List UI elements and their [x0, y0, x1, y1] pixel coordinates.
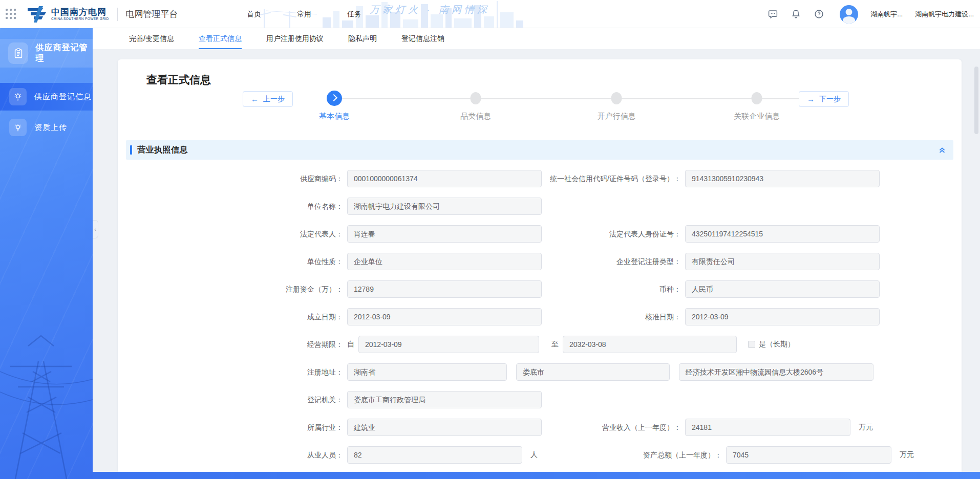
tab-deregistration[interactable]: 登记信息注销: [401, 28, 444, 49]
sidebar-item-label: 资质上传: [34, 123, 67, 133]
field-label: 资产总额（上一年度）：: [591, 450, 722, 460]
nav-home[interactable]: 首页: [247, 10, 261, 19]
tab-update-change-info[interactable]: 完善/变更信息: [129, 28, 174, 49]
step-label-basic-info[interactable]: 基本信息: [319, 112, 350, 121]
sidebar-group-label: 供应商登记管理: [35, 42, 93, 64]
sidebar-item-qualification-upload[interactable]: 资质上传: [0, 114, 93, 141]
address-detail-field[interactable]: 经济技术开发区湘中物流园信息大楼2606号: [679, 363, 874, 381]
step-node-related-company-info[interactable]: [752, 92, 762, 104]
currency-field[interactable]: 人民币: [685, 280, 880, 298]
message-icon[interactable]: [768, 9, 778, 19]
app-launcher-icon[interactable]: [5, 8, 17, 20]
arrow-left-icon: ←: [251, 95, 259, 103]
registration-type-field[interactable]: 有限责任公司: [685, 253, 880, 270]
field-label: 单位性质：: [126, 257, 343, 267]
csg-logo: 中国南方电网 CHINA SOUTHERN POWER GRID: [26, 5, 109, 24]
top-navigation: 首页 常用 任务: [247, 0, 361, 28]
industry-field[interactable]: 建筑业: [347, 419, 542, 436]
step-label-category-info[interactable]: 品类信息: [460, 112, 491, 121]
avatar[interactable]: [840, 5, 858, 24]
nav-tasks[interactable]: 任务: [347, 10, 361, 19]
tab-view-formal-info[interactable]: 查看正式信息: [199, 28, 242, 49]
nav-common[interactable]: 常用: [297, 10, 311, 19]
section-title: 营业执照信息: [137, 145, 188, 156]
field-label: 经营期限：: [126, 340, 343, 350]
scroll-area: 查看正式信息 ← 上一步 基本信息: [93, 49, 980, 472]
tabs-bar: 完善/变更信息 查看正式信息 用户注册使用协议 隐私声明 登记信息注销: [93, 28, 980, 49]
tab-privacy-statement[interactable]: 隐私声明: [348, 28, 377, 49]
footer-strip: [93, 472, 980, 479]
prev-step-label: 上一步: [263, 95, 285, 104]
form-row: 登记机关： 娄底市工商行政管理局: [126, 391, 953, 408]
registered-capital-field[interactable]: 12789: [347, 280, 542, 298]
sidebar-collapse-handle[interactable]: ‹: [93, 220, 98, 238]
term-to-label: 至: [551, 340, 559, 349]
long-term-checkbox[interactable]: [748, 341, 755, 348]
company-name-field[interactable]: 湖南帆宇电力建设有限公司: [347, 198, 542, 215]
arrow-right-icon: →: [807, 95, 815, 103]
stepper: ← 上一步 基本信息 品类信息 开户行信息 关联企业信息: [126, 87, 953, 128]
employees-unit: 人: [530, 450, 538, 460]
help-icon[interactable]: [814, 9, 824, 19]
legal-representative-id-field[interactable]: 432501197412254515: [685, 225, 880, 243]
next-step-button[interactable]: → 下一步: [799, 91, 849, 107]
topbar: 万家灯火 · 南网情深: [0, 0, 980, 28]
approval-date-field[interactable]: 2012-03-09: [685, 308, 880, 325]
step-label-bank-info[interactable]: 开户行信息: [598, 112, 636, 121]
field-label: 注册地址：: [126, 367, 343, 377]
bell-icon[interactable]: [791, 9, 801, 19]
employees-field[interactable]: 82: [347, 446, 522, 464]
supplier-code-field[interactable]: 0001000000061374: [347, 170, 542, 187]
form-row: 所属行业： 建筑业 营业收入（上一年度）： 24181 万元: [126, 419, 953, 436]
address-province-field[interactable]: 湖南省: [347, 363, 507, 381]
step-node-category-info[interactable]: [471, 92, 481, 104]
user-name[interactable]: 湖南帆宇...: [870, 10, 903, 19]
bulb-icon: [9, 88, 27, 105]
user-company[interactable]: 湖南帆宇电力建设...: [915, 10, 974, 19]
term-from-label: 自: [347, 340, 354, 349]
field-label: 成立日期：: [126, 312, 343, 322]
business-license-form: 供应商编码： 0001000000061374 统一社会信用代码/证件号码（登录…: [126, 170, 953, 472]
chevron-left-icon: ‹: [94, 226, 96, 232]
step-label-related-company-info[interactable]: 关联企业信息: [734, 112, 780, 121]
main-card: 查看正式信息 ← 上一步 基本信息: [118, 59, 962, 472]
tab-user-registration-agreement[interactable]: 用户注册使用协议: [266, 28, 324, 49]
steps-track: 基本信息 品类信息 开户行信息 关联企业信息: [328, 87, 819, 128]
double-chevron-up-icon[interactable]: [938, 146, 946, 154]
unit-nature-field[interactable]: 企业单位: [347, 253, 542, 270]
clipboard-icon: [8, 42, 28, 64]
field-label: 注册资金（万）：: [126, 285, 343, 294]
legal-representative-field[interactable]: 肖连春: [347, 225, 542, 243]
transmission-tower-decor: [0, 315, 93, 479]
sidebar-group-supplier-registration[interactable]: 供应商登记管理: [0, 39, 93, 68]
revenue-unit: 万元: [859, 423, 873, 432]
establish-date-field[interactable]: 2012-03-09: [347, 308, 542, 325]
form-row: 单位名称： 湖南帆宇电力建设有限公司: [126, 198, 953, 215]
total-assets-unit: 万元: [900, 450, 914, 460]
form-row: 供应商编码： 0001000000061374 统一社会信用代码/证件号码（登录…: [126, 170, 953, 187]
term-from-date-field[interactable]: 2012-03-09: [358, 336, 539, 353]
sidebar: 供应商登记管理 供应商登记信息 资质上传: [0, 28, 93, 479]
step-node-basic-info[interactable]: [327, 91, 342, 106]
form-row: 注册资金（万）： 12789 币种： 人民币: [126, 280, 953, 298]
sidebar-item-supplier-info[interactable]: 供应商登记信息: [0, 83, 93, 111]
brand-name-cn: 中国南方电网: [51, 8, 109, 17]
address-city-field[interactable]: 娄底市: [516, 363, 670, 381]
step-node-bank-info[interactable]: [611, 92, 622, 104]
credit-code-field[interactable]: 914313005910230943: [685, 170, 880, 187]
term-to-date-field[interactable]: 2032-03-08: [563, 336, 737, 353]
total-assets-field[interactable]: 7045: [726, 446, 891, 464]
form-row: 注册地址： 湖南省 娄底市 经济技术开发区湘中物流园信息大楼2606号: [126, 363, 953, 381]
field-label: 营业收入（上一年度）：: [550, 423, 681, 432]
form-row: 从业人员： 82 人 资产总额（上一年度）： 7045 万元: [126, 446, 953, 464]
field-label: 核准日期：: [550, 312, 681, 322]
field-label: 单位名称：: [126, 202, 343, 211]
field-label: 从业人员：: [126, 450, 343, 460]
registration-authority-field[interactable]: 娄底市工商行政管理局: [347, 391, 542, 408]
prev-step-button[interactable]: ← 上一步: [243, 91, 293, 107]
long-term-checkbox-label: 是（长期）: [759, 340, 795, 349]
field-label: 币种：: [550, 285, 681, 294]
steps-line: [334, 98, 819, 99]
scrollbar-thumb[interactable]: [974, 67, 978, 134]
revenue-field[interactable]: 24181: [685, 419, 850, 436]
